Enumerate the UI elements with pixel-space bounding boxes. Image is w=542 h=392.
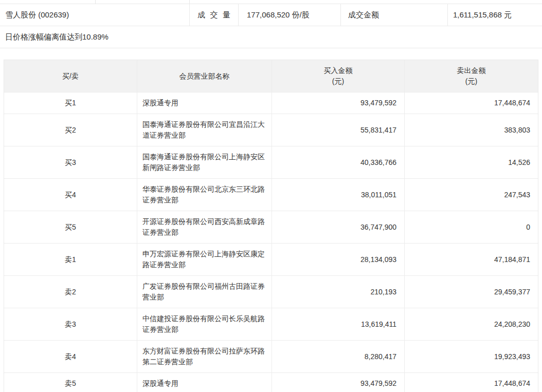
price-deviation-notice: 日价格涨幅偏离值达到10.89% — [0, 26, 542, 48]
turnover-value: 1,611,515,868 元 — [447, 4, 542, 26]
buy-amount-cell: 210,193 — [272, 276, 404, 308]
summary-row: 雪人股份 (002639) 成 交 量 177,068,520 份/股 成交金额… — [0, 4, 542, 26]
sell-amount-cell: 247,543 — [404, 179, 538, 211]
table-row: 买3 国泰海通证券股份有限公司上海静安区新闸路证券营业部 40,336,766 … — [4, 146, 538, 178]
sell-amount-cell: 383,803 — [404, 114, 538, 146]
column-header-sell-amount: 卖出金额 (元) — [404, 60, 538, 92]
sell-amount-cell: 19,923,493 — [404, 341, 538, 372]
broker-seats-table: 买/卖 会员营业部名称 买入金额 (元) 卖出金额 (元) 买1 深股通专用 9… — [4, 60, 538, 392]
volume-label: 成 交 量 — [189, 4, 238, 26]
table-row: 买2 国泰海通证券股份有限公司宜昌沿江大道证券营业部 55,831,417 38… — [4, 114, 538, 146]
table-body: 买1 深股通专用 93,479,592 17,448,674 买2 国泰海通证券… — [4, 92, 538, 392]
broker-name-cell: 广发证券股份有限公司福州古田路证券营业部 — [137, 276, 272, 308]
broker-name-cell: 华泰证券股份有限公司北京东三环北路证券营业部 — [137, 179, 272, 211]
broker-name-cell: 深股通专用 — [137, 373, 272, 392]
rank-cell: 买1 — [4, 92, 137, 114]
column-header-unit: (元) — [465, 76, 477, 87]
column-header-buy-amount: 买入金额 (元) — [272, 60, 404, 92]
table-header-row: 买/卖 会员营业部名称 买入金额 (元) 卖出金额 (元) — [4, 60, 538, 92]
buy-amount-cell: 28,134,093 — [272, 244, 404, 275]
table-row: 买5 开源证券股份有限公司西安高新成章路证券营业部 36,747,900 0 — [4, 211, 538, 243]
rank-cell: 卖4 — [4, 341, 137, 372]
buy-amount-cell: 38,011,051 — [272, 179, 404, 211]
table-row: 卖3 中信建投证券股份有限公司长乐吴航路证券营业部 13,619,411 24,… — [4, 308, 538, 340]
sell-amount-cell: 47,184,871 — [404, 244, 538, 275]
table-row: 卖5 深股通专用 93,479,592 17,448,674 — [4, 372, 538, 392]
broker-name-cell: 国泰海通证券股份有限公司宜昌沿江大道证券营业部 — [137, 114, 272, 146]
buy-amount-cell: 93,479,592 — [272, 92, 404, 114]
table-row: 买4 华泰证券股份有限公司北京东三环北路证券营业部 38,011,051 247… — [4, 178, 538, 211]
rank-cell: 买5 — [4, 211, 137, 243]
column-header-buy-label: 买入金额 — [324, 65, 353, 76]
sell-amount-cell: 14,526 — [404, 146, 538, 178]
sell-amount-cell: 24,208,230 — [404, 308, 538, 340]
turnover-label: 成交金额 — [340, 4, 447, 26]
buy-amount-cell: 93,479,592 — [272, 373, 404, 392]
buy-amount-cell: 13,619,411 — [272, 308, 404, 340]
column-header-unit: (元) — [332, 76, 344, 87]
buy-amount-cell: 55,831,417 — [272, 114, 404, 146]
volume-value: 177,068,520 份/股 — [238, 4, 340, 26]
sell-amount-cell: 17,448,674 — [404, 373, 538, 392]
table-row: 卖1 申万宏源证券有限公司上海静安区康定路证券营业部 28,134,093 47… — [4, 243, 538, 275]
buy-amount-cell: 40,336,766 — [272, 146, 404, 178]
column-header-side: 买/卖 — [4, 60, 137, 92]
broker-name-cell: 深股通专用 — [137, 92, 272, 114]
rank-cell: 卖3 — [4, 308, 137, 340]
table-row: 卖4 东方财富证券股份有限公司拉萨东环路第二证券营业部 8,280,417 19… — [4, 340, 538, 372]
rank-cell: 卖5 — [4, 373, 137, 392]
table-row: 买1 深股通专用 93,479,592 17,448,674 — [4, 92, 538, 114]
table-row: 卖2 广发证券股份有限公司福州古田路证券营业部 210,193 29,459,3… — [4, 275, 538, 308]
sell-amount-cell: 29,459,377 — [404, 276, 538, 308]
rank-cell: 卖2 — [4, 276, 137, 308]
sell-amount-cell: 17,448,674 — [404, 92, 538, 114]
section-gap — [0, 48, 542, 60]
broker-name-cell: 国泰海通证券股份有限公司上海静安区新闸路证券营业部 — [137, 146, 272, 178]
page: 雪人股份 (002639) 成 交 量 177,068,520 份/股 成交金额… — [0, 0, 542, 392]
column-header-sell-label: 卖出金额 — [457, 65, 486, 76]
broker-name-cell: 东方财富证券股份有限公司拉萨东环路第二证券营业部 — [137, 341, 272, 372]
divider — [189, 0, 190, 4]
rank-cell: 卖1 — [4, 244, 137, 275]
divider — [95, 0, 96, 4]
broker-name-cell: 申万宏源证券有限公司上海静安区康定路证券营业部 — [137, 244, 272, 275]
broker-name-cell: 开源证券股份有限公司西安高新成章路证券营业部 — [137, 211, 272, 243]
rank-cell: 买4 — [4, 179, 137, 211]
buy-amount-cell: 8,280,417 — [272, 341, 404, 372]
stock-name: 雪人股份 (002639) — [0, 4, 189, 26]
rank-cell: 买2 — [4, 114, 137, 146]
broker-name-cell: 中信建投证券股份有限公司长乐吴航路证券营业部 — [137, 308, 272, 340]
rank-cell: 买3 — [4, 146, 137, 178]
sell-amount-cell: 0 — [404, 211, 538, 243]
stock-summary: 雪人股份 (002639) 成 交 量 177,068,520 份/股 成交金额… — [0, 4, 542, 48]
column-header-broker-name: 会员营业部名称 — [137, 60, 272, 92]
cutoff-row-remnant — [0, 0, 542, 4]
buy-amount-cell: 36,747,900 — [272, 211, 404, 243]
